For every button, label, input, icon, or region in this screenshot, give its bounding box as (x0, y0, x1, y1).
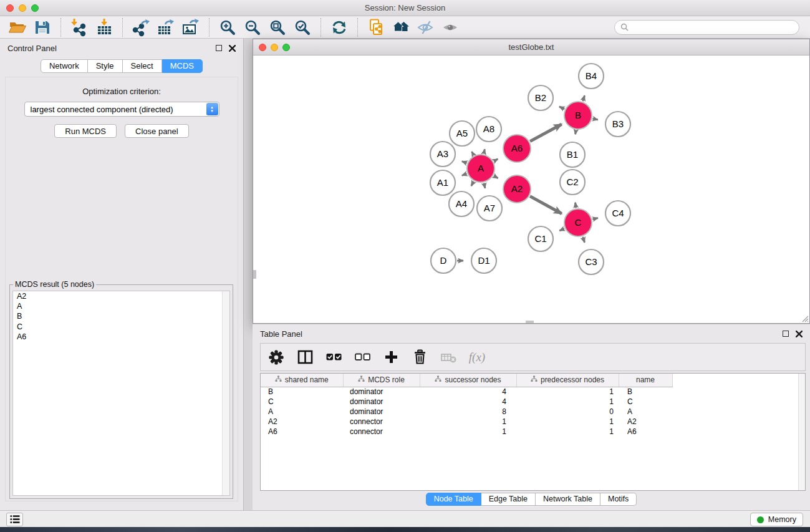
apply-layout-button[interactable] (328, 17, 350, 37)
graph-node-D1[interactable]: D1 (471, 248, 496, 273)
graph-node-C3[interactable]: C3 (579, 249, 604, 274)
graph-node-A[interactable]: A (467, 155, 494, 182)
mcds-result-item[interactable]: C (13, 322, 229, 332)
close-network-window-button[interactable] (259, 44, 266, 51)
show-columns-button[interactable] (294, 346, 316, 369)
tab-motifs[interactable]: Motifs (600, 493, 637, 506)
graph-node-B4[interactable]: B4 (579, 64, 604, 89)
close-table-panel-icon[interactable] (796, 331, 803, 337)
column-header-shared-name[interactable]: shared name (261, 374, 343, 387)
table-cell[interactable]: C (619, 397, 672, 407)
graph-edge-A6-B[interactable] (530, 124, 562, 141)
mcds-result-item[interactable]: A2 (13, 291, 229, 301)
graph-node-C2[interactable]: C2 (560, 170, 585, 195)
table-cell[interactable]: dominator (343, 407, 420, 417)
table-cell[interactable]: 1 (516, 387, 619, 397)
graph-node-B3[interactable]: B3 (605, 112, 630, 137)
graph-edge-A2-C[interactable] (530, 196, 562, 214)
resize-grip-icon[interactable] (800, 314, 809, 322)
tab-style[interactable]: Style (88, 59, 123, 73)
table-cell[interactable]: A2 (619, 417, 672, 427)
table-cell[interactable]: connector (343, 427, 420, 437)
zoom-fit-button[interactable] (266, 17, 289, 37)
table-cell[interactable]: dominator (343, 387, 420, 397)
graph-node-A1[interactable]: A1 (430, 170, 455, 195)
graph-node-A7[interactable]: A7 (477, 196, 502, 221)
graph-edge-C-C2[interactable] (576, 203, 576, 208)
table-settings-button[interactable] (266, 346, 287, 369)
bottom-divider-grip[interactable] (526, 321, 534, 323)
hide-selected-button[interactable] (415, 17, 437, 37)
column-header-mcds-role[interactable]: MCDS role (343, 374, 420, 387)
graph-node-A4[interactable]: A4 (449, 191, 474, 216)
tab-mcds[interactable]: MCDS (162, 59, 203, 73)
graph-node-C[interactable]: C (564, 209, 592, 236)
search-input[interactable] (632, 23, 793, 32)
graph-node-A3[interactable]: A3 (430, 142, 455, 167)
graph-edge-C-C4[interactable] (592, 218, 598, 220)
add-column-button[interactable] (380, 346, 402, 369)
new-network-from-selection-button[interactable] (365, 17, 387, 37)
tab-network[interactable]: Network (41, 59, 88, 73)
float-table-panel-icon[interactable] (783, 331, 789, 337)
show-all-button[interactable] (440, 17, 462, 37)
tab-edge-table[interactable]: Edge Table (481, 493, 536, 506)
export-network-button[interactable] (130, 17, 152, 37)
graph-edge-A-A4[interactable] (471, 181, 474, 186)
table-row[interactable]: Adominator80A (261, 407, 805, 417)
minimize-network-window-button[interactable] (271, 44, 278, 51)
graph-edge-A-A5[interactable] (472, 152, 474, 155)
table-row[interactable]: Cdominator41C (261, 397, 805, 407)
tab-node-table[interactable]: Node Table (426, 493, 481, 506)
export-table-button[interactable] (155, 17, 177, 37)
zoom-window-button[interactable] (31, 4, 39, 12)
graph-edge-A-A6[interactable] (494, 159, 498, 161)
task-history-button[interactable] (6, 513, 23, 526)
graph-edge-A-A2[interactable] (494, 176, 498, 178)
graph-node-D[interactable]: D (431, 248, 456, 273)
table-cell[interactable]: 4 (420, 387, 516, 397)
graph-edge-A-A8[interactable] (484, 149, 485, 153)
panel-divider-grip[interactable] (253, 270, 256, 279)
graph-edge-B-B4[interactable] (583, 95, 585, 101)
save-session-button[interactable] (31, 17, 54, 37)
table-cell[interactable]: 8 (420, 407, 516, 417)
mcds-result-item[interactable]: B (13, 311, 229, 321)
export-image-button[interactable] (180, 17, 202, 37)
table-row[interactable]: Bdominator41B (261, 387, 805, 397)
import-table-button[interactable] (93, 17, 115, 37)
graph-node-B[interactable]: B (564, 102, 592, 129)
table-cell[interactable]: A6 (261, 427, 343, 437)
zoom-in-button[interactable] (216, 17, 239, 37)
graph-node-A2[interactable]: A2 (503, 175, 531, 203)
select-all-button[interactable] (323, 346, 344, 369)
graph-node-C4[interactable]: C4 (605, 201, 630, 226)
optimization-criterion-select[interactable]: largest connected component (directed) ▲… (24, 102, 219, 117)
close-panel-icon[interactable] (229, 45, 236, 52)
table-scrollbar[interactable] (798, 374, 805, 490)
graph-edge-C-C1[interactable] (559, 229, 564, 231)
zoom-network-window-button[interactable] (282, 44, 290, 51)
table-cell[interactable]: connector (343, 417, 420, 427)
table-cell[interactable]: A (261, 407, 343, 417)
zoom-selected-button[interactable] (291, 17, 314, 37)
graph-node-C1[interactable]: C1 (528, 226, 553, 251)
close-window-button[interactable] (6, 4, 14, 12)
column-header-name[interactable]: name (619, 374, 672, 387)
graph-node-A8[interactable]: A8 (476, 117, 501, 142)
tab-select[interactable]: Select (123, 59, 162, 73)
graph-edge-A-A1[interactable] (462, 173, 467, 175)
import-network-button[interactable] (68, 17, 90, 37)
table-row[interactable]: A6connector11A6 (261, 427, 805, 437)
table-cell[interactable]: A6 (619, 427, 672, 437)
graph-edge-B-B1[interactable] (576, 130, 576, 135)
mcds-result-item[interactable]: A (13, 301, 229, 311)
graph-node-B1[interactable]: B1 (560, 142, 585, 167)
table-cell[interactable]: 1 (516, 417, 619, 427)
delete-column-button[interactable] (409, 346, 430, 369)
table-cell[interactable]: A2 (261, 417, 343, 427)
table-cell[interactable]: 1 (420, 427, 516, 437)
result-scrollbar[interactable] (222, 291, 229, 495)
graph-edge-A-A3[interactable] (462, 162, 467, 163)
table-cell[interactable]: 4 (420, 397, 516, 407)
